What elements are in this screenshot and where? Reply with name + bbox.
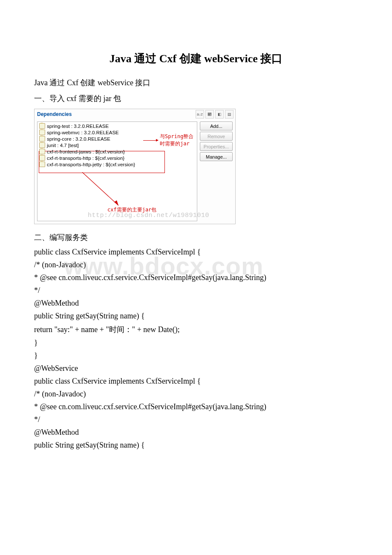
list-item[interactable]: spring-test : 3.2.0.RELEASE <box>37 123 197 129</box>
code-line: */ <box>34 415 358 424</box>
dep-label: spring-webmvc : 3.2.0.RELEASE <box>47 130 119 135</box>
jar-icon <box>39 155 45 161</box>
code-line: * @see cn.com.liveuc.cxf.service.CxfServ… <box>34 402 358 411</box>
page-title: Java 通过 Cxf 创建 webService 接口 <box>34 51 358 66</box>
dep-label: cxf-rt-transports-http-jetty : ${cxf.ver… <box>47 162 135 167</box>
code-line: @WebMethod <box>34 428 358 437</box>
jar-icon <box>39 142 45 148</box>
tree-icon[interactable]: ⵪ <box>205 110 214 119</box>
code-line: */ <box>34 286 358 295</box>
dep-label: cxf-rt-transports-http : ${cxf.version} <box>47 156 124 161</box>
jar-icon <box>39 123 45 129</box>
code-line: * @see cn.com.liveuc.cxf.service.CxfServ… <box>34 273 358 282</box>
properties-button[interactable]: Properties... <box>200 142 233 151</box>
code-line: } <box>34 351 358 360</box>
dependencies-toolbar: a↓z ⵪ ◧ ▤ <box>196 110 233 119</box>
svg-line-0 <box>82 172 118 205</box>
annotation-cxf-text: cxf需要的主要jar包 <box>107 207 156 213</box>
dependencies-buttons: Add... Remove Properties... Manage... <box>200 121 233 221</box>
dependencies-panel: Dependencies a↓z ⵪ ◧ ▤ spring-test : 3.2… <box>34 109 236 224</box>
dep-label: spring-test : 3.2.0.RELEASE <box>47 124 109 129</box>
filter-icon[interactable]: ◧ <box>215 110 224 119</box>
dependencies-content: spring-test : 3.2.0.RELEASE spring-webmv… <box>35 120 235 224</box>
expand-icon[interactable]: ▤ <box>225 110 233 119</box>
list-item[interactable]: cxf-rt-frontend-jaxws : ${cxf.version} <box>37 148 197 155</box>
document-page: Java 通过 Cxf 创建 webService 接口 Java 通过 Cxf… <box>0 0 392 471</box>
section-1-heading: 一、导入 cxf 需要的 jar 包 <box>34 93 358 104</box>
code-line: } <box>34 338 358 347</box>
code-line: @WebMethod <box>34 299 358 308</box>
dependencies-header-title: Dependencies <box>37 111 72 117</box>
add-button[interactable]: Add... <box>200 121 233 130</box>
jar-icon <box>39 149 45 154</box>
jar-icon <box>39 136 45 142</box>
dependencies-list-wrapper: spring-test : 3.2.0.RELEASE spring-webmv… <box>37 121 197 221</box>
list-item[interactable]: cxf-rt-transports-http-jetty : ${cxf.ver… <box>37 161 197 168</box>
list-item[interactable]: cxf-rt-transports-http : ${cxf.version} <box>37 155 197 161</box>
jar-icon <box>39 162 45 167</box>
dep-label: junit : 4.7 [test] <box>47 143 79 148</box>
sort-az-icon[interactable]: a↓z <box>196 110 204 119</box>
jar-icon <box>39 130 45 135</box>
svg-marker-1 <box>114 200 118 205</box>
annotation-spring: 与Spring整合时需要的jar <box>143 133 197 147</box>
code-line: @WebService <box>34 364 358 373</box>
annotation-spring-text: 与Spring整合时需要的jar <box>160 133 197 147</box>
dep-label: cxf-rt-frontend-jaxws : ${cxf.version} <box>47 149 125 154</box>
code-line: public class CxfService implements CxfSe… <box>34 248 358 257</box>
arrow-icon <box>143 140 158 141</box>
code-line: return "say:" + name + "时间：" + new Date(… <box>34 324 358 335</box>
dep-label: spring-core : 3.2.0.RELEASE <box>47 136 110 142</box>
manage-button[interactable]: Manage... <box>200 152 233 161</box>
annotation-cxf: cxf需要的主要jar包 <box>107 206 156 214</box>
arrow-icon <box>80 172 131 207</box>
remove-button[interactable]: Remove <box>200 132 233 141</box>
dependencies-header: Dependencies a↓z ⵪ ◧ ▤ <box>35 109 235 120</box>
section-2-heading: 二、编写服务类 <box>34 232 358 243</box>
code-line: /* (non-Javadoc) <box>34 390 358 399</box>
intro-line: Java 通过 Cxf 创建 webService 接口 <box>34 77 358 89</box>
code-line: public String getSay(String name) { <box>34 441 358 450</box>
code-line: public class CxfService implements CxfSe… <box>34 377 358 386</box>
code-line: /* (non-Javadoc) <box>34 260 358 269</box>
dependencies-list[interactable]: spring-test : 3.2.0.RELEASE spring-webmv… <box>37 121 197 221</box>
code-line: public String getSay(String name) { <box>34 312 358 321</box>
